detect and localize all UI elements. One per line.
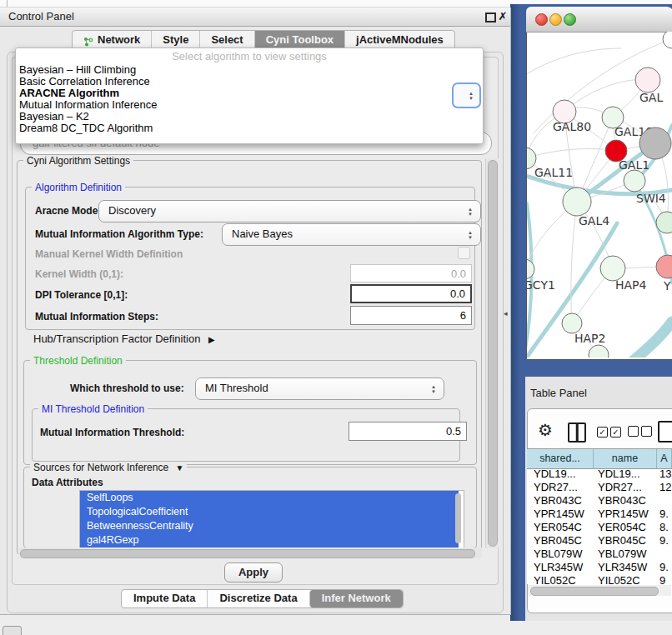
algorithm-options-list: Bayesian – Hill ClimbingBasic Correlatio…: [16, 64, 483, 134]
data-attributes-label: Data Attributes: [32, 477, 103, 488]
table-column-header[interactable]: A: [657, 449, 672, 468]
split-panel-icon[interactable]: [568, 422, 586, 442]
algorithm-option[interactable]: ARACNE Algorithm: [16, 88, 483, 99]
mi-type-label: Mutual Information Algorithm Type:: [35, 228, 203, 240]
algorithm-definition-title: Algorithm Definition: [32, 182, 125, 193]
dpi-tolerance-field[interactable]: [350, 284, 472, 303]
table-cell: 9.: [656, 508, 672, 521]
attribute-list-item[interactable]: BetweennessCentrality: [80, 519, 459, 533]
network-edge: [632, 322, 672, 358]
sources-group-title[interactable]: Sources for Network Inference ▼: [30, 462, 187, 473]
close-icon[interactable]: ✗: [497, 8, 509, 26]
table-row[interactable]: YLR345WYLR345W9.: [527, 561, 672, 574]
attribute-list-item[interactable]: TopologicalCoefficient: [80, 505, 459, 519]
table-cell: YBR045C: [594, 534, 656, 548]
table-cell: [656, 548, 672, 561]
splitpane-grip[interactable]: ◂: [504, 308, 510, 318]
table-row[interactable]: YBL079WYBL079W: [527, 548, 672, 561]
algorithm-option[interactable]: Mutual Information Inference: [16, 99, 483, 111]
kernel-width-field[interactable]: [350, 264, 472, 282]
data-attributes-list[interactable]: SelfLoopsTopologicalCoefficientBetweenne…: [79, 490, 464, 548]
tab-network[interactable]: Network: [73, 31, 151, 49]
screen: Control Panel ✗ Network Style Select Cyn…: [0, 0, 672, 635]
table-row[interactable]: YDL19...YDL19...13: [527, 468, 672, 481]
network-node-label: GAL: [639, 91, 663, 104]
close-traffic-light[interactable]: [535, 13, 548, 26]
tab-style[interactable]: Style: [151, 31, 199, 49]
hub-definition-label: Hub/Transcription Factor Definition: [33, 332, 200, 345]
algorithm-option[interactable]: Bayesian – Hill Climbing: [16, 64, 483, 76]
mi-threshold-field[interactable]: [349, 422, 467, 441]
network-node-label: HAP4: [615, 278, 647, 292]
table-row[interactable]: YPR145WYPR145W9.: [527, 508, 672, 521]
attribute-list-item[interactable]: SelfLoops: [80, 491, 459, 505]
table-cell: YLR345W: [594, 561, 656, 574]
mi-type-combobox[interactable]: Naive Bayes ▲▼: [222, 223, 481, 246]
combo-stepper-icon: ▲▼: [468, 230, 473, 240]
algorithm-combobox-fragment[interactable]: ▲▼: [452, 82, 481, 108]
select-all-icon[interactable]: ✓✓: [597, 426, 624, 438]
float-window-icon[interactable]: [485, 12, 496, 22]
gear-icon[interactable]: ⚙: [538, 419, 553, 441]
tab-impute-data[interactable]: Impute Data: [122, 590, 207, 608]
table-cell: YBR043C: [594, 494, 656, 508]
tab-infer-network[interactable]: Infer Network: [309, 590, 403, 608]
network-node[interactable]: [589, 345, 609, 358]
table-row[interactable]: YBR043CYBR043C: [527, 494, 672, 508]
manual-kernel-checkbox[interactable]: [458, 247, 470, 259]
attribute-list-item[interactable]: gal4RGexp: [80, 533, 459, 548]
tab-discretize-data[interactable]: Discretize Data: [207, 590, 308, 608]
network-node[interactable]: [635, 68, 660, 92]
network-node-label: GAL4: [579, 214, 609, 228]
which-threshold-combobox[interactable]: MI Threshold ▲▼: [195, 378, 444, 400]
table-cell: 9.: [656, 534, 672, 548]
network-window-titlebar[interactable]: [526, 7, 672, 32]
settings-horizontal-scrollbar-thumb[interactable]: [20, 549, 475, 558]
apply-button[interactable]: Apply: [224, 562, 283, 582]
tab-cyni-toolbox[interactable]: Cyni Toolbox: [254, 31, 344, 49]
mi-threshold-label: Mutual Information Threshold:: [40, 427, 184, 438]
table-column-header[interactable]: shared...: [527, 449, 594, 468]
tab-jactivemnodules[interactable]: jActiveMNodules: [344, 31, 454, 49]
table-cell: YBL079W: [527, 548, 594, 561]
table-cell: [656, 494, 672, 508]
network-node[interactable]: [663, 32, 672, 48]
docked-panel-button[interactable]: [3, 626, 22, 635]
table-row[interactable]: YDR27...YDR27...12: [527, 481, 672, 494]
algorithm-option[interactable]: Bayesian – K2: [16, 111, 483, 122]
mi-steps-field[interactable]: [350, 306, 472, 325]
minimize-traffic-light[interactable]: [549, 13, 562, 26]
which-threshold-label: Which threshold to use:: [70, 382, 184, 394]
network-node[interactable]: [563, 188, 591, 216]
network-node[interactable]: [656, 255, 672, 278]
algorithm-option[interactable]: Basic Correlation Inference: [16, 76, 483, 88]
network-edge: [571, 202, 577, 323]
network-canvas[interactable]: GALGAL80GAL10GAL1GAL11SWI4GAL4GCY1HAP4YH…: [527, 32, 672, 358]
network-node[interactable]: [600, 256, 625, 281]
table-row[interactable]: YER054CYER054C8.: [527, 521, 672, 534]
table-column-header[interactable]: name: [594, 449, 657, 468]
network-node-label: GAL80: [553, 120, 591, 133]
document-icon[interactable]: [658, 421, 672, 442]
hub-definition-section[interactable]: Hub/Transcription Factor Definition ▶: [33, 332, 215, 345]
top-tab-edge: [7, 0, 8, 7]
tab-select[interactable]: Select: [199, 31, 253, 49]
network-node[interactable]: [527, 259, 534, 279]
table-cell: YBL079W: [594, 548, 656, 561]
settings-vertical-scrollbar-thumb[interactable]: [488, 160, 498, 547]
aracne-mode-combobox[interactable]: Discovery ▲▼: [98, 200, 481, 222]
list-scrollbar-thumb[interactable]: [455, 493, 461, 543]
network-node[interactable]: [639, 128, 671, 159]
table-cell: YBR043C: [527, 494, 594, 508]
algorithm-option[interactable]: Dream8 DC_TDC Algorithm: [16, 122, 483, 134]
deselect-all-icon[interactable]: [628, 426, 654, 439]
table-row[interactable]: YBR045CYBR045C9.: [527, 534, 672, 548]
control-panel-titlebar[interactable]: [0, 8, 510, 27]
zoom-traffic-light[interactable]: [564, 13, 576, 26]
table-cell: 9: [656, 574, 672, 584]
table-horizontal-scrollbar-thumb[interactable]: [530, 587, 659, 596]
table-row[interactable]: YIL052CYIL052C9: [527, 574, 672, 584]
network-node-label: GCY1: [527, 278, 555, 292]
network-node[interactable]: [562, 313, 582, 333]
network-node[interactable]: [624, 170, 645, 192]
